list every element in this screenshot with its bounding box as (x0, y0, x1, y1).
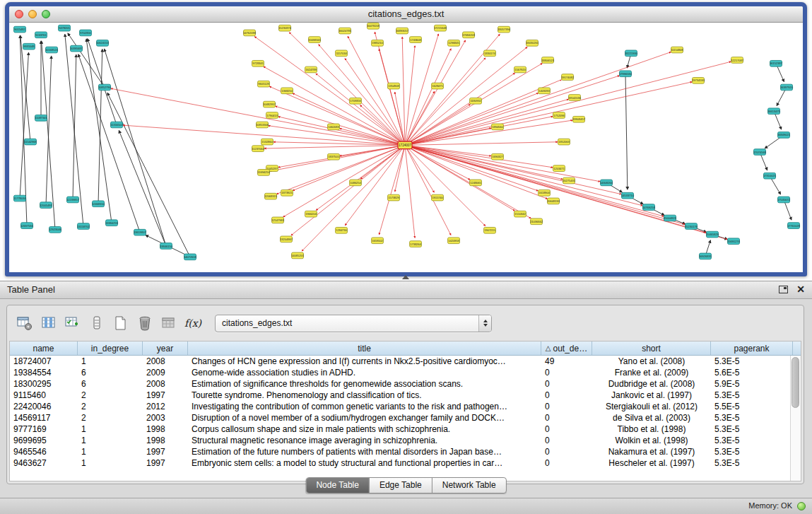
row-height-button[interactable] (88, 314, 106, 332)
graph-node[interactable]: 12547983 (271, 217, 284, 223)
graph-node[interactable]: 20275431 (563, 177, 575, 184)
graph-node[interactable]: 1873921 (281, 189, 293, 196)
graph-node[interactable]: 1532860 (261, 139, 273, 145)
graph-node[interactable]: 14072618 (184, 254, 196, 260)
graph-node[interactable]: 1852063 (558, 139, 570, 145)
table-row[interactable]: 946554611997Estimation of the future num… (10, 446, 790, 457)
table-row[interactable]: 946362711997Embryonic stem cells: a mode… (10, 457, 790, 469)
show-columns-button[interactable] (40, 314, 58, 332)
graph-node[interactable]: 12923046 (49, 227, 61, 233)
graph-node[interactable]: 12068315 (264, 193, 278, 199)
graph-node[interactable]: 1709356 (350, 98, 362, 104)
graph-node[interactable]: 1907215 (484, 227, 496, 233)
graph-node[interactable]: 1738264 (410, 241, 422, 247)
import-table-button[interactable] (160, 314, 178, 332)
graph-node[interactable]: 18430261 (526, 40, 539, 47)
graph-node[interactable]: 16024785 (339, 28, 352, 34)
graph-node[interactable]: 12697584 (20, 223, 34, 229)
graph-node[interactable]: 18221930 (625, 50, 638, 57)
graph-node[interactable]: 1180932 (470, 98, 482, 104)
graph-node[interactable]: 16849021 (777, 132, 790, 139)
graph-node[interactable]: 9015482 (14, 26, 26, 33)
graph-node[interactable]: 11694250 (257, 170, 270, 176)
graph-node[interactable]: 1354908 (388, 83, 400, 89)
graph-node[interactable]: 1894560 (492, 124, 504, 130)
column-header-year[interactable]: year (143, 341, 188, 355)
graph-node[interactable]: 10624153 (96, 40, 109, 47)
table-row[interactable]: 911546021997Tourette syndrome. Phenomeno… (10, 390, 790, 401)
close-window-button[interactable] (15, 10, 23, 18)
window-titlebar[interactable]: citations_edges.txt (9, 6, 803, 23)
table-row[interactable]: 969969511998Structural magnetic resonanc… (10, 435, 790, 446)
graph-node[interactable]: 1790413 (266, 112, 278, 119)
graph-node[interactable]: 1628471 (432, 83, 444, 89)
close-panel-icon[interactable]: ✕ (796, 284, 805, 294)
graph-node[interactable]: 1966204 (305, 211, 317, 217)
graph-node[interactable]: 17535672 (777, 197, 790, 203)
graph-node[interactable]: 12005491 (40, 202, 52, 209)
minimize-window-button[interactable] (28, 10, 37, 18)
graph-node[interactable]: 17684203 (462, 32, 475, 38)
graph-node[interactable]: 17761028 (787, 223, 800, 229)
graph-node[interactable]: 21036842 (530, 218, 543, 225)
column-header-title[interactable]: title (188, 341, 541, 355)
graph-node[interactable]: 1157034 (336, 50, 348, 57)
graph-node[interactable]: 10852790 (98, 84, 112, 90)
graph-node[interactable]: 11542968 (24, 139, 36, 145)
graph-node[interactable]: 15004823 (664, 215, 676, 221)
graph-node[interactable]: 17996584 (619, 71, 632, 77)
column-header-pagerank[interactable]: pagerank (711, 341, 793, 355)
network-graph[interactable]: 1724007185206312034711618904151034219072… (9, 23, 803, 264)
table-row[interactable]: 1872400712008Changes of HCN gene express… (10, 356, 790, 367)
graph-node[interactable]: 9728341 (252, 60, 264, 66)
graph-node[interactable]: 12468310 (92, 201, 105, 207)
network-canvas[interactable]: 1724007185206312034711618904151034219072… (9, 23, 803, 264)
graph-node[interactable]: 1690327 (492, 153, 504, 160)
column-header-short[interactable]: short (592, 341, 711, 355)
graph-node[interactable]: 1420958 (448, 238, 460, 244)
graph-node[interactable]: 9243761 (35, 32, 47, 38)
graph-node[interactable]: 12217087 (731, 57, 743, 64)
graph-node[interactable]: 13619807 (134, 229, 146, 235)
graph-node[interactable]: 14533710 (621, 192, 635, 199)
graph-node[interactable]: 12239857 (66, 197, 79, 203)
graph-node[interactable]: 14769258 (642, 204, 655, 211)
function-builder-button[interactable]: f(x) (184, 314, 202, 332)
graph-node[interactable]: 1086254 (350, 180, 362, 186)
scrollbar-thumb[interactable] (792, 357, 799, 408)
graph-node[interactable]: 10168524 (45, 47, 59, 53)
delete-trash-button[interactable] (136, 314, 154, 332)
graph-node[interactable]: 10482957 (263, 101, 276, 107)
table-row[interactable]: 2242004622012Investigating the contribut… (10, 401, 790, 412)
graph-node[interactable]: 1752096 (553, 112, 565, 119)
graph-node[interactable]: 16478209 (367, 23, 379, 29)
column-header-name[interactable]: name (10, 341, 78, 355)
graph-node[interactable]: 9605128 (258, 81, 270, 87)
splitter-handle-icon[interactable] (402, 275, 409, 279)
new-column-button[interactable] (64, 314, 82, 332)
graph-node[interactable]: 16893057 (396, 28, 408, 34)
graph-node[interactable]: 16926831 (699, 253, 712, 259)
graph-node[interactable]: 1368250 (281, 88, 293, 94)
graph-node[interactable]: 9702356 (80, 30, 92, 36)
graph-node[interactable]: 1659102 (372, 238, 384, 244)
new-table-button[interactable] (112, 314, 130, 332)
graph-node[interactable]: 10395687 (70, 45, 83, 52)
graph-node[interactable]: 1462083 (328, 124, 340, 130)
graph-node[interactable]: 14308264 (600, 180, 613, 186)
graph-node[interactable]: 15465829 (706, 231, 719, 238)
zoom-window-button[interactable] (42, 10, 50, 18)
graph-node[interactable]: 19908457 (572, 116, 585, 122)
graph-node[interactable]: 20648193 (547, 198, 560, 204)
graph-node[interactable]: 18806523 (541, 57, 554, 64)
table-row[interactable]: 977716911998Corpus callosum shape and si… (10, 424, 790, 435)
table-select-dropdown[interactable]: citations_edges.txt (215, 315, 492, 332)
column-header-in_degree[interactable]: in_degree (78, 341, 143, 355)
graph-node[interactable]: 15698341 (308, 37, 321, 43)
graph-node[interactable]: 16152387 (770, 60, 782, 66)
tab-node-table[interactable]: Node Table (306, 478, 370, 493)
graph-node[interactable]: 1296845 (448, 40, 460, 47)
graph-node[interactable]: 9478205 (59, 25, 71, 31)
graph-node[interactable]: 11778034 (13, 195, 26, 201)
graph-node[interactable]: 11237064 (252, 146, 264, 152)
